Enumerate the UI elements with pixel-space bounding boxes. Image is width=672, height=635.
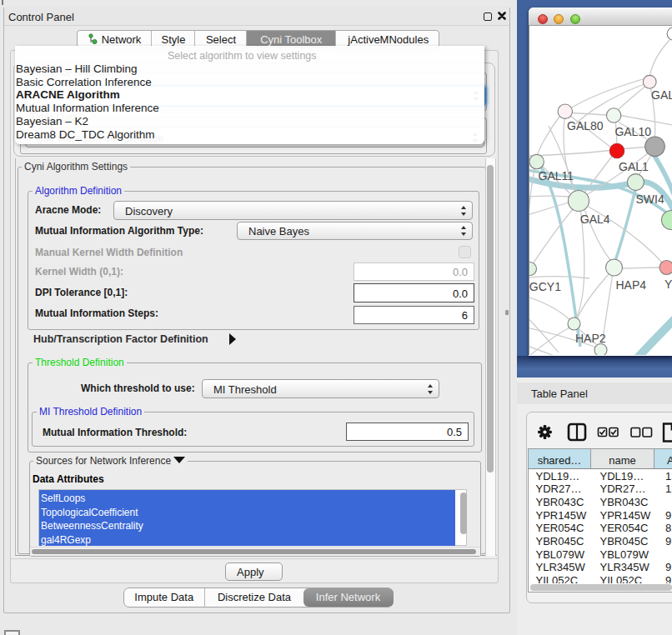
svg-text:GAL10: GAL10 [614,125,651,138]
svg-text:SWI4: SWI4 [635,192,664,206]
svg-text:HAP2: HAP2 [575,332,606,345]
svg-text:GAL11: GAL11 [538,169,574,182]
svg-text:GAL80: GAL80 [567,119,604,132]
svg-text:Y: Y [664,278,672,291]
svg-text:GAL1: GAL1 [619,160,649,173]
svg-text:GAL4: GAL4 [579,212,609,226]
svg-text:GAL2: GAL2 [651,88,672,102]
svg-text:GCY1: GCY1 [529,280,561,293]
svg-text:HAP4: HAP4 [615,278,646,292]
